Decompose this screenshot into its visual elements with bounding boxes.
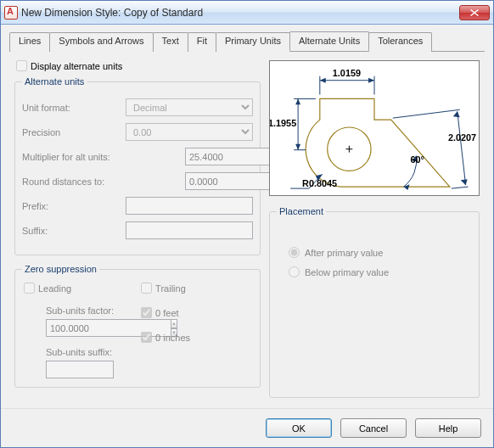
display-alt-checkbox[interactable] — [16, 60, 27, 71]
sub-factor-spinner[interactable]: ▲▼ — [46, 319, 114, 337]
placement-group: Placement After primary value Below prim… — [269, 206, 480, 398]
help-button[interactable]: Help — [415, 418, 481, 438]
leading-checkbox[interactable] — [24, 283, 35, 294]
precision-select[interactable]: 0.00 — [126, 123, 253, 141]
multiplier-label: Multiplier for alt units: — [22, 152, 185, 162]
dim-left: 1.1955 — [270, 118, 296, 128]
svg-marker-11 — [295, 98, 300, 104]
svg-marker-18 — [404, 184, 410, 190]
content-area: Lines Symbols and Arrows Text Fit Primar… — [1, 25, 493, 408]
display-alt-label: Display alternate units — [31, 61, 122, 71]
tab-text[interactable]: Text — [153, 32, 188, 52]
below-label: Below primary value — [305, 267, 389, 277]
alt-units-group: Alternate units Unit format: Decimal Pre… — [14, 76, 261, 255]
tab-body: Display alternate units Alternate units … — [9, 52, 485, 408]
dim-radius: R0.8045 — [302, 178, 337, 188]
svg-marker-7 — [368, 78, 374, 83]
alt-units-legend: Alternate units — [22, 76, 87, 87]
dim-diag: 2.0207 — [448, 132, 476, 143]
zero-suppression-group: Zero suppression Leading Sub-units facto… — [14, 264, 261, 388]
multiplier-spinner[interactable]: ▲▼ — [185, 148, 253, 165]
svg-marker-17 — [461, 179, 468, 185]
svg-marker-12 — [295, 144, 300, 150]
preview-drawing: 1.0159 1.1955 2.0207 60° — [270, 61, 479, 195]
dim-angle: 60° — [410, 154, 424, 165]
dim-top: 1.0159 — [333, 68, 361, 78]
titlebar: New Dimension Style: Copy of Standard — [1, 1, 493, 25]
tab-strip: Lines Symbols and Arrows Text Fit Primar… — [9, 31, 485, 52]
unit-format-label: Unit format: — [22, 103, 126, 113]
tab-alternate[interactable]: Alternate Units — [289, 31, 369, 51]
suffix-label: Suffix: — [22, 226, 126, 236]
sub-factor-label: Sub-units factor: — [46, 305, 114, 316]
sub-suffix-input[interactable] — [46, 361, 114, 378]
tab-lines[interactable]: Lines — [9, 32, 50, 52]
dialog-window: New Dimension Style: Copy of Standard Li… — [0, 0, 494, 448]
svg-line-13 — [393, 109, 460, 118]
unit-format-select[interactable]: Decimal — [126, 98, 253, 116]
tab-primary[interactable]: Primary Units — [216, 32, 290, 52]
left-column: Display alternate units Alternate units … — [14, 60, 261, 403]
after-label: After primary value — [305, 248, 383, 258]
below-radio[interactable] — [289, 266, 300, 277]
inches-checkbox[interactable] — [141, 332, 152, 343]
right-column: 1.0159 1.1955 2.0207 60° — [269, 60, 480, 403]
svg-marker-6 — [320, 78, 326, 83]
placement-legend: Placement — [277, 206, 326, 216]
close-icon — [470, 9, 479, 16]
cancel-button[interactable]: Cancel — [340, 418, 407, 438]
tab-symbols[interactable]: Symbols and Arrows — [49, 32, 153, 52]
svg-line-15 — [458, 111, 466, 185]
trailing-checkbox[interactable] — [141, 283, 152, 294]
feet-label: 0 feet — [155, 308, 179, 318]
trailing-label: Trailing — [155, 283, 186, 294]
suffix-input[interactable] — [126, 221, 253, 239]
feet-checkbox[interactable] — [141, 307, 152, 318]
round-spinner[interactable]: ▲▼ — [185, 172, 253, 190]
leading-label: Leading — [38, 283, 71, 294]
svg-marker-16 — [453, 111, 460, 117]
app-icon — [4, 6, 18, 20]
tab-tolerances[interactable]: Tolerances — [368, 32, 432, 52]
window-title: New Dimension Style: Copy of Standard — [21, 7, 459, 19]
sub-suffix-label: Sub-units suffix: — [46, 347, 114, 357]
prefix-label: Prefix: — [22, 201, 126, 211]
zero-legend: Zero suppression — [22, 264, 99, 274]
precision-label: Precision — [22, 127, 126, 137]
inches-label: 0 inches — [155, 333, 190, 343]
ok-button[interactable]: OK — [266, 418, 332, 438]
tab-fit[interactable]: Fit — [188, 32, 216, 52]
close-button[interactable] — [459, 5, 490, 20]
preview-pane: 1.0159 1.1955 2.0207 60° — [269, 60, 480, 196]
prefix-input[interactable] — [126, 197, 253, 215]
button-row: OK Cancel Help — [1, 408, 493, 447]
after-radio[interactable] — [289, 247, 300, 258]
svg-line-14 — [452, 187, 469, 188]
round-label: Round distances to: — [22, 176, 185, 187]
